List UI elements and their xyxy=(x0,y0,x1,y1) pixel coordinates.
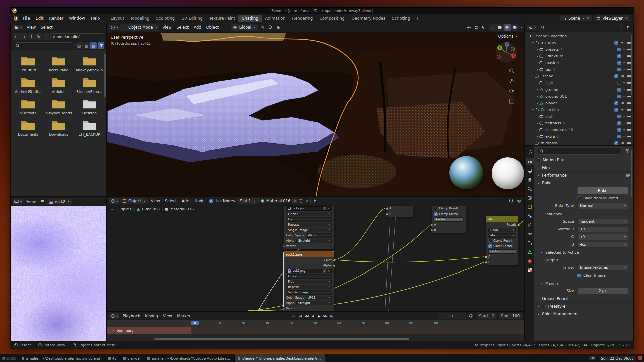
node-row-color[interactable]: Color▾ xyxy=(486,227,518,233)
clear-image-toggle[interactable]: ✓Clear Image xyxy=(577,273,606,278)
b-input-socket[interactable] xyxy=(430,229,433,232)
shading-solid-button[interactable] xyxy=(496,24,503,31)
display-mode-0-button[interactable]: ▤ xyxy=(76,42,83,49)
exclude-checkbox[interactable]: ✓ xyxy=(617,61,621,65)
menu-marker[interactable]: Marker xyxy=(175,313,193,319)
workspace-tab-uv-editing[interactable]: UV Editing xyxy=(178,15,206,22)
workspace-tab-compositing[interactable]: Compositing xyxy=(316,15,348,22)
b-input-socket[interactable] xyxy=(386,213,388,216)
menu-add[interactable]: Add xyxy=(191,24,203,31)
workspace-pager[interactable] xyxy=(0,354,19,362)
editor-type-timeline[interactable]: ▾ xyxy=(109,313,119,319)
menu-node[interactable]: Node xyxy=(192,198,207,204)
hide-eye-icon[interactable] xyxy=(621,41,625,44)
outliner-row-textures[interactable]: ▾textures✓ xyxy=(525,39,633,46)
expander-icon[interactable]: ▾ xyxy=(531,75,535,78)
menu-playback[interactable]: Playback xyxy=(120,313,142,319)
user-count-badge[interactable]: 2 xyxy=(292,199,297,203)
node-header[interactable]: Mix xyxy=(486,216,518,222)
exclude-checkbox[interactable]: ✓ xyxy=(617,121,621,125)
workspace-tab-geometry-nodes[interactable]: Geometry Nodes xyxy=(348,15,389,22)
shading-wireframe-button[interactable] xyxy=(489,24,496,31)
a-input-socket[interactable] xyxy=(386,207,388,210)
node-row-b[interactable]: B xyxy=(486,259,518,265)
node-row-linear[interactable]: Linear▾ xyxy=(284,274,334,279)
use-nodes-toggle[interactable]: ✓ Use Nodes xyxy=(208,199,236,203)
a-input-socket[interactable] xyxy=(485,256,487,258)
workspace-tab-texture-paint[interactable]: Texture Paint xyxy=(206,15,238,22)
file-item[interactable]: Arduino xyxy=(44,75,73,95)
outliner-row-3dtexture[interactable]: ▸3dtexture✓▾ xyxy=(525,53,633,59)
editor-type-file-browser[interactable]: ▾ xyxy=(13,25,23,30)
unlink-image-icon[interactable]: × xyxy=(327,207,330,210)
node-row-result[interactable]: Result xyxy=(486,222,518,227)
node-row-srgb[interactable]: Color SpacesRGB▾ xyxy=(284,233,334,238)
tool-properties-tab[interactable] xyxy=(526,149,534,156)
node-canvas[interactable]: ▸ split3 › Cube.058 › Material.016 xyxy=(107,205,524,311)
visibility-chevron-icon[interactable]: ▾ xyxy=(623,55,625,58)
clamp-result-checkbox[interactable] xyxy=(434,207,438,210)
node-row-clamp-factor[interactable]: ✓Clamp Factor xyxy=(432,211,466,217)
outliner-row-scene-collection[interactable]: Scene Collection xyxy=(525,33,633,39)
workspace-tab-scripting[interactable]: Scripting xyxy=(389,15,413,22)
timeline-scrollbar[interactable] xyxy=(154,338,409,340)
exclude-checkbox[interactable] xyxy=(617,81,621,85)
workspace-tab-sculpting[interactable]: Sculpting xyxy=(153,15,178,22)
unlink-image-icon[interactable]: × xyxy=(327,269,330,273)
node-row-repeat[interactable]: Repeat▾ xyxy=(284,222,334,227)
pin-icon[interactable] xyxy=(312,198,318,204)
scene-selector[interactable]: Scene ▾ × xyxy=(560,15,592,21)
taskbar-item[interactable]: blender xyxy=(120,354,144,362)
pan-hand-icon[interactable] xyxy=(509,78,515,84)
bake-from-multires-toggle[interactable]: Bake from Multires xyxy=(577,196,618,200)
viewport-canvas[interactable]: User Perspective (0) fourthpass | split3… xyxy=(107,32,524,196)
node-row-clamp-result[interactable]: Clamp Result xyxy=(486,238,518,243)
object-properties-tab[interactable] xyxy=(526,203,534,210)
show-gizmo-icon[interactable] xyxy=(466,24,472,31)
target-select[interactable]: Image Textures▾ xyxy=(577,265,628,271)
editor-type-3d-viewport[interactable]: ▾ xyxy=(109,25,119,30)
filter-funnel-icon[interactable] xyxy=(98,42,104,49)
fake-user-shield-icon[interactable] xyxy=(299,199,303,203)
current-frame-field[interactable]: 0 xyxy=(438,313,466,319)
panel-margin[interactable]: ▾Margin xyxy=(534,280,633,287)
disable-render-camera-icon[interactable] xyxy=(627,54,631,58)
node-image-texture-top[interactable]: rock2.png3×Linear▾Flat▾Repeat▾Single Ima… xyxy=(283,205,334,249)
properties-scrollbar[interactable] xyxy=(631,150,632,197)
menu-object[interactable]: Object xyxy=(204,24,221,31)
slot-selector[interactable]: Slot 1▾ xyxy=(237,198,257,204)
node-row-straight[interactable]: AlphaStraight▾ xyxy=(284,300,334,306)
pivot-point-icon[interactable]: ◎ xyxy=(259,24,266,31)
file-item[interactable]: _cb_stuff xyxy=(13,53,43,73)
visibility-chevron-icon[interactable]: ▾ xyxy=(623,115,625,118)
shading-rendered-button[interactable] xyxy=(511,24,518,31)
panel-film[interactable]: ▸Film xyxy=(534,164,633,171)
outliner-row-thirdpass[interactable]: ▾thirdpass✓ xyxy=(525,140,633,145)
node-row-b[interactable]: B xyxy=(387,211,413,217)
motion-blur-checkbox[interactable] xyxy=(537,158,541,162)
node-mix-partial[interactable]: Clamp Result✓Clamp FactorFactorAB xyxy=(431,205,466,233)
panel-color-management[interactable]: ▸Color Management xyxy=(534,310,633,318)
modifiers-properties-tab[interactable] xyxy=(526,213,534,220)
visibility-chevron-icon[interactable]: ▾ xyxy=(623,122,625,125)
expander-icon[interactable]: ▸ xyxy=(536,55,539,58)
clamp-factor-checkbox[interactable]: ✓ xyxy=(488,244,492,248)
playhead-badge[interactable]: 0 xyxy=(191,321,199,325)
node-row-b[interactable]: B xyxy=(432,227,466,233)
exclude-checkbox[interactable]: ✓ xyxy=(614,101,618,105)
file-item[interactable]: BlenderExpo... xyxy=(74,75,104,95)
vector-input-socket[interactable] xyxy=(282,245,285,248)
outliner-row-collection[interactable]: ▾Collection✓ xyxy=(525,106,633,113)
menu-keying[interactable]: Keying xyxy=(143,313,160,319)
jump-to-end-button[interactable]: ▶| xyxy=(329,313,334,319)
toggle-xray-icon[interactable] xyxy=(481,24,488,31)
taskbar-item[interactable]: 48 xyxy=(105,354,120,362)
use-preview-range-clock-icon[interactable] xyxy=(468,313,475,319)
scene-properties-tab[interactable] xyxy=(526,185,534,192)
node-mix-inputs-partial[interactable]: AB xyxy=(387,205,414,217)
visibility-chevron-icon[interactable]: ▾ xyxy=(623,48,625,51)
exclude-checkbox[interactable]: ✓ xyxy=(614,41,618,45)
viewlayer-properties-tab[interactable] xyxy=(526,176,534,183)
menu-view[interactable]: View xyxy=(24,24,38,31)
end-frame-field[interactable]: End100 xyxy=(499,313,522,319)
